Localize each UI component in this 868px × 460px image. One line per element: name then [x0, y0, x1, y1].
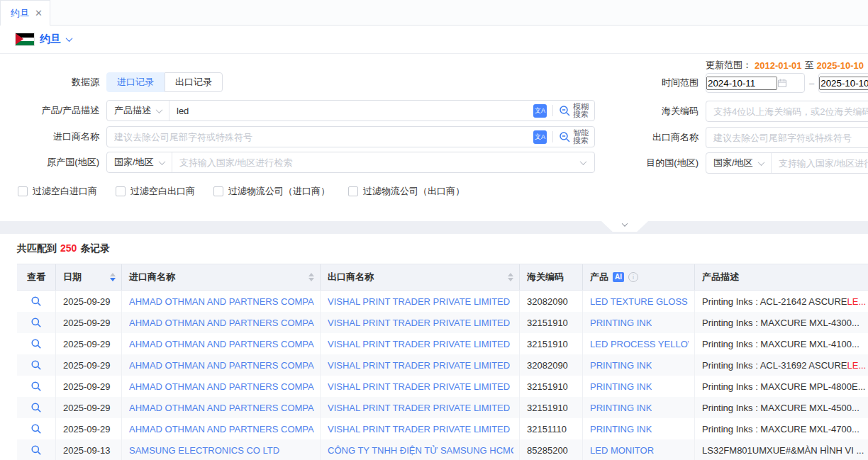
table-row: 2025-09-29 AHMAD OTHMAN AND PARTNERS COM…: [17, 376, 868, 397]
view-cell: [17, 291, 56, 312]
tab-bar: 约旦 ✕: [0, 0, 868, 26]
product-cell: PRINTING INK: [583, 397, 695, 418]
chevron-down-icon[interactable]: [66, 35, 73, 42]
translate-icon[interactable]: 文A: [533, 104, 547, 118]
sort-icon[interactable]: [508, 273, 513, 281]
date-end-input[interactable]: [819, 77, 868, 90]
date-end-box[interactable]: [818, 73, 868, 93]
record-count: 250: [60, 242, 77, 254]
importer-link[interactable]: AHMAD OTHMAN AND PARTNERS COMPA...: [129, 360, 314, 371]
destination-box: 国家/地区: [706, 152, 868, 174]
sort-icon[interactable]: [110, 273, 116, 281]
collapse-panel-button[interactable]: [601, 221, 648, 232]
importer-link[interactable]: AHMAD OTHMAN AND PARTNERS COMPA...: [129, 424, 314, 434]
table-row: 2025-09-29 AHMAD OTHMAN AND PARTNERS COM…: [17, 333, 868, 354]
exporter-link[interactable]: VISHAL PRINT TRADER PRIVATE LIMITED: [328, 381, 510, 392]
checkbox[interactable]: [18, 186, 28, 196]
exporter-input[interactable]: [706, 128, 868, 147]
info-icon[interactable]: i: [628, 272, 638, 282]
header-view: 查看: [17, 264, 56, 290]
collapse-band: [0, 221, 868, 234]
importer-link[interactable]: AHMAD OTHMAN AND PARTNERS COMPA...: [129, 296, 314, 307]
product-link[interactable]: PRINTING INK: [590, 403, 652, 413]
header-exporter[interactable]: 出口商名称: [321, 264, 520, 290]
header-importer[interactable]: 进口商名称: [122, 264, 321, 290]
filter-blank-exporter[interactable]: 过滤空白出口商: [116, 185, 195, 198]
export-records-button[interactable]: 出口记录: [165, 72, 223, 92]
product-link[interactable]: PRINTING INK: [590, 318, 652, 328]
country-name[interactable]: 约旦: [40, 33, 61, 46]
exporter-link[interactable]: VISHAL PRINT TRADER PRIVATE LIMITED: [328, 339, 510, 349]
view-magnifier-icon[interactable]: [30, 296, 42, 307]
exporter-link[interactable]: VISHAL PRINT TRADER PRIVATE LIMITED: [328, 360, 510, 371]
importer-cell: AHMAD OTHMAN AND PARTNERS COMPA...: [122, 376, 321, 397]
date-cell: 2025-09-13: [56, 439, 122, 460]
checkbox[interactable]: [348, 186, 358, 196]
importer-cell: AHMAD OTHMAN AND PARTNERS COMPA...: [122, 418, 321, 439]
view-magnifier-icon[interactable]: [30, 317, 42, 328]
view-magnifier-icon[interactable]: [30, 381, 42, 392]
exporter-link[interactable]: VISHAL PRINT TRADER PRIVATE LIMITED: [328, 318, 510, 328]
table-header: 查看 日期 进口商名称 出口商名称 海关编码 产品 AI: [17, 264, 868, 291]
fuzzy-search-button[interactable]: 模糊搜索: [559, 103, 594, 118]
hs-code-cell: 32151910: [520, 397, 583, 418]
filter-blank-importer[interactable]: 过滤空白进口商: [18, 185, 97, 198]
destination-input[interactable]: [772, 153, 868, 173]
product-link[interactable]: PRINTING INK: [590, 424, 652, 434]
destination-select[interactable]: 国家/地区: [706, 153, 772, 173]
date-start-input[interactable]: [706, 77, 777, 90]
sort-icon[interactable]: [308, 273, 314, 281]
chevron-down-icon: [622, 220, 628, 226]
filter-logistics-exporter[interactable]: 过滤物流公司（出口商）: [348, 185, 464, 198]
importer-input[interactable]: [107, 127, 533, 147]
exporter-cell: VISHAL PRINT TRADER PRIVATE LIMITED: [321, 354, 520, 376]
view-magnifier-icon[interactable]: [30, 359, 42, 371]
exporter-link[interactable]: CÔNG TY TNHH ĐIỆN TỬ SAMSUNG HCMC...: [328, 445, 513, 456]
divider: [552, 105, 553, 116]
table-body: 2025-09-29 AHMAD OTHMAN AND PARTNERS COM…: [17, 291, 868, 460]
importer-box: 文A 智能搜索: [106, 126, 595, 147]
importer-link[interactable]: AHMAD OTHMAN AND PARTNERS COMPA...: [129, 381, 314, 392]
exporter-link[interactable]: VISHAL PRINT TRADER PRIVATE LIMITED: [328, 424, 510, 434]
origin-select[interactable]: 国家/地区: [107, 152, 172, 172]
importer-link[interactable]: AHMAD OTHMAN AND PARTNERS COMPA...: [129, 339, 314, 349]
date-cell: 2025-09-29: [56, 397, 122, 418]
smart-search-button[interactable]: 智能搜索: [559, 129, 594, 145]
importer-link[interactable]: SAMSUNG ELECTRONICS CO LTD: [129, 445, 279, 456]
hs-code-input[interactable]: [706, 101, 868, 121]
view-magnifier-icon[interactable]: [30, 402, 42, 413]
product-search-input[interactable]: [169, 101, 533, 120]
filter-logistics-importer[interactable]: 过滤物流公司（进口商）: [213, 185, 330, 198]
importer-link[interactable]: AHMAD OTHMAN AND PARTNERS COMPA...: [129, 403, 314, 413]
calendar-icon: [777, 78, 787, 88]
header-date[interactable]: 日期: [56, 264, 122, 290]
importer-cell: AHMAD OTHMAN AND PARTNERS COMPA...: [122, 333, 321, 354]
product-type-select[interactable]: 产品描述: [107, 101, 169, 120]
import-records-button[interactable]: 进口记录: [106, 72, 165, 92]
product-link[interactable]: PRINTING INK: [590, 381, 652, 392]
origin-label: 原产国(地区): [0, 156, 99, 169]
translate-icon[interactable]: 文A: [533, 130, 547, 144]
product-link[interactable]: LED PROCESS YELLOW...: [590, 339, 689, 349]
view-magnifier-icon[interactable]: [30, 338, 42, 349]
close-icon[interactable]: ✕: [35, 8, 43, 18]
product-link[interactable]: PRINTING INK: [590, 360, 652, 371]
checkbox[interactable]: [213, 186, 223, 196]
date-start-box[interactable]: [706, 73, 805, 93]
update-range-end: 2025-10-10: [817, 60, 864, 71]
exporter-link[interactable]: VISHAL PRINT TRADER PRIVATE LIMITED: [328, 296, 510, 307]
view-magnifier-icon[interactable]: [30, 444, 42, 456]
exporter-link[interactable]: VISHAL PRINT TRADER PRIVATE LIMITED: [328, 403, 510, 413]
table-row: 2025-09-29 AHMAD OTHMAN AND PARTNERS COM…: [17, 291, 868, 312]
product-link[interactable]: LED TEXTURE GLOSS ...: [590, 296, 689, 307]
product-search-box: 产品描述 文A 模糊搜索: [106, 100, 595, 121]
hs-code-cell: 32151910: [520, 376, 583, 397]
divider: [552, 131, 553, 142]
tab-jordan[interactable]: 约旦 ✕: [0, 0, 50, 26]
origin-input[interactable]: [172, 152, 581, 172]
view-magnifier-icon[interactable]: [30, 423, 42, 434]
importer-link[interactable]: AHMAD OTHMAN AND PARTNERS COMPA...: [129, 318, 314, 328]
product-link[interactable]: LED MONITOR: [590, 445, 654, 456]
checkbox[interactable]: [116, 186, 126, 196]
product-cell: LED MONITOR: [583, 439, 695, 460]
